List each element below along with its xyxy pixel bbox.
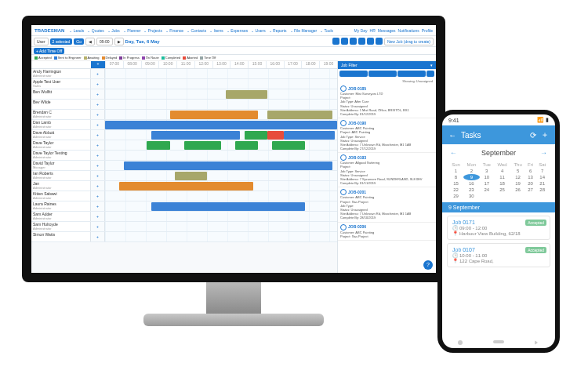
user-cell[interactable]: Ben Wolfitt [31, 89, 91, 99]
add-job-button[interactable]: + [91, 181, 105, 191]
job-bar[interactable] [284, 131, 335, 140]
settings-icon[interactable] [367, 38, 374, 45]
filter-search[interactable] [426, 71, 434, 77]
add-job-button[interactable]: + [91, 151, 105, 160]
cal-day[interactable]: 6 [525, 168, 536, 174]
time-track[interactable] [105, 212, 337, 221]
nav-file-manager[interactable]: ⌄ File Manager [289, 27, 319, 34]
job-bar[interactable] [124, 162, 332, 170]
nav-home-icon[interactable] [493, 340, 504, 343]
time-track[interactable] [105, 89, 337, 99]
nav-reports[interactable]: ⌄ Reports [267, 27, 289, 34]
nav-users[interactable]: ⌄ Users [249, 27, 267, 34]
add-task-icon[interactable]: ＋ [541, 129, 549, 140]
help-button[interactable]: ? [423, 260, 433, 270]
add-job-button[interactable]: + [91, 110, 105, 119]
cal-day[interactable]: 9 [463, 174, 480, 180]
refresh-icon[interactable] [376, 38, 383, 45]
nav-finance[interactable]: ⌄ Finance [164, 27, 185, 34]
job-bar[interactable] [226, 90, 267, 99]
nav-right-profile[interactable]: Profile [422, 28, 433, 33]
user-cell[interactable]: Brendan CAdministrator [31, 110, 91, 119]
cal-day[interactable]: 30 [463, 193, 480, 199]
user-cell[interactable]: Sam HolroydeAdministrator [31, 222, 91, 231]
cal-day[interactable]: 1 [448, 168, 463, 174]
time-track[interactable] [105, 120, 337, 129]
time-field[interactable]: 09:00 [96, 38, 113, 45]
add-job-button[interactable]: + [91, 191, 105, 201]
nav-right-my-day[interactable]: My Day [354, 28, 368, 33]
nav-leads[interactable]: ⌄ Leads [67, 27, 85, 34]
user-cell[interactable]: Andy HarringtonAdministrator [31, 69, 91, 78]
job-bar[interactable] [105, 121, 337, 129]
job-card[interactable]: JOB-0190Customer: ABC PaintingProject: A… [338, 118, 436, 153]
cal-day[interactable]: 3 [480, 168, 494, 174]
cal-day[interactable]: 18 [494, 180, 510, 187]
user-cell[interactable]: Bev Wilde [31, 100, 91, 109]
view-week-icon[interactable] [341, 38, 348, 45]
filter-3[interactable] [397, 71, 426, 77]
cal-day[interactable]: 24 [480, 187, 494, 193]
job-card[interactable]: JOB-0206Customer: ABC PaintingProject: G… [338, 223, 436, 241]
time-track[interactable] [105, 181, 337, 191]
nav-quotes[interactable]: ⌄ Quotes [85, 27, 106, 34]
cal-day[interactable]: 17 [480, 180, 494, 187]
job-bar[interactable] [119, 182, 254, 191]
user-cell[interactable]: Laura RainesAdministrator [31, 201, 91, 211]
cal-day[interactable]: 7 [535, 168, 549, 174]
user-cell[interactable]: David TaylorManager [31, 161, 91, 170]
view-month-icon[interactable] [350, 38, 357, 45]
nav-tools[interactable]: ⌄ Tools [318, 27, 335, 34]
user-cell[interactable]: Kitten SabawiAdministrator [31, 191, 91, 201]
cal-day[interactable]: 5 [510, 168, 525, 174]
cal-day[interactable]: 14 [535, 174, 549, 180]
prev-day-button[interactable]: ◀ [85, 38, 95, 45]
time-track[interactable] [105, 151, 337, 160]
nav-expenses[interactable]: ⌄ Expenses [225, 27, 249, 34]
time-track[interactable] [105, 232, 337, 241]
filter-2[interactable] [368, 71, 397, 77]
cal-day[interactable]: 25 [494, 187, 510, 193]
cal-day[interactable]: 11 [494, 174, 510, 180]
nav-planner[interactable]: ⌄ Planner [122, 27, 143, 34]
prev-month-icon[interactable]: ← [450, 149, 457, 157]
cal-day[interactable]: 21 [535, 180, 549, 187]
time-track[interactable] [105, 140, 337, 150]
go-button[interactable]: Go [74, 38, 84, 45]
time-track[interactable] [105, 201, 337, 211]
add-job-button[interactable]: + [91, 79, 105, 89]
nav-jobs[interactable]: ⌄ Jobs [106, 27, 122, 34]
add-job-button[interactable]: + [91, 130, 105, 140]
cal-day[interactable]: 10 [480, 174, 494, 180]
next-day-button[interactable]: ▶ [114, 38, 124, 45]
nav-items[interactable]: ⌄ Items [208, 27, 225, 34]
cal-day[interactable]: 23 [463, 187, 480, 193]
nav-projects[interactable]: ⌄ Projects [142, 27, 163, 34]
job-card[interactable]: JOB-0201Customer: ABC PaintingProject: G… [338, 187, 436, 222]
cal-day[interactable]: 12 [510, 174, 525, 180]
time-track[interactable] [105, 110, 337, 119]
nav-recent-icon[interactable] [535, 340, 539, 345]
user-cell[interactable]: Simon Watts [31, 232, 91, 241]
cal-day[interactable]: 8 [448, 174, 463, 180]
filter-1[interactable] [339, 71, 368, 77]
job-card[interactable]: JOB-0185Customer: Mist Surveyors LTDProj… [338, 84, 436, 118]
user-cell[interactable]: Dan LambAdministrator [31, 120, 91, 129]
job-bar[interactable] [267, 111, 332, 119]
job-bar[interactable] [170, 111, 258, 119]
nav-right-notifications[interactable]: Notifications [398, 28, 419, 33]
filter-toggle-icon[interactable]: ▾ [430, 63, 433, 67]
job-bar[interactable] [267, 131, 284, 140]
cal-day[interactable]: 28 [535, 187, 549, 193]
nav-contacts[interactable]: ⌄ Contacts [185, 27, 208, 34]
back-icon[interactable]: ← [448, 131, 456, 140]
cal-day[interactable]: 29 [448, 193, 463, 199]
task-card[interactable]: Job 0171Accepted🕒09:00 - 12:00📍Harbour V… [447, 216, 550, 240]
cal-day[interactable]: 22 [448, 187, 463, 193]
add-job-button[interactable]: + [91, 140, 105, 150]
add-job-button[interactable]: + [91, 201, 105, 211]
time-track[interactable] [105, 191, 337, 201]
user-cell[interactable]: Dave Taylor TestingAdministrator [31, 151, 91, 160]
add-job-button[interactable]: + [91, 100, 105, 109]
cal-day[interactable]: 20 [525, 180, 536, 187]
